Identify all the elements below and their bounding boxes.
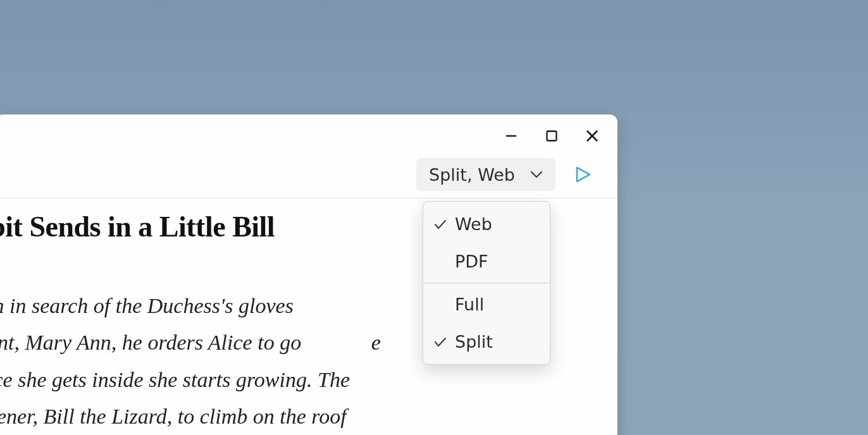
check-icon — [432, 335, 449, 349]
minimize-icon — [504, 129, 518, 143]
menu-item-split[interactable]: Split — [423, 323, 550, 360]
menu-item-label: Web — [455, 214, 492, 234]
document-line: m, but once she gets inside she starts g… — [0, 362, 617, 398]
svg-marker-4 — [577, 168, 590, 181]
view-mode-menu: Web PDF Full Split — [423, 201, 550, 365]
menu-item-label: Full — [455, 295, 484, 314]
check-icon — [432, 218, 449, 231]
menu-item-full[interactable]: Full — [423, 286, 550, 323]
menu-item-label: Split — [455, 332, 493, 352]
view-mode-label: Split, Web — [429, 165, 515, 185]
chevron-down-icon — [529, 167, 544, 182]
close-button[interactable] — [572, 123, 612, 149]
title-bar — [0, 114, 617, 151]
maximize-button[interactable] — [531, 123, 572, 149]
view-mode-dropdown[interactable]: Split, Web — [416, 158, 555, 191]
menu-item-web[interactable]: Web — [423, 205, 550, 243]
menu-item-label: PDF — [455, 252, 488, 271]
play-button[interactable] — [573, 165, 592, 184]
minimize-button[interactable] — [491, 123, 531, 149]
svg-rect-1 — [547, 132, 557, 141]
toolbar: Split, Web — [0, 151, 617, 199]
play-icon — [573, 165, 592, 184]
maximize-icon — [545, 129, 559, 143]
menu-item-pdf[interactable]: PDF — [423, 243, 550, 280]
document-line: s his gardener, Bill the Lizard, to clim… — [0, 398, 617, 435]
menu-separator — [423, 283, 550, 283]
close-icon — [585, 129, 599, 143]
